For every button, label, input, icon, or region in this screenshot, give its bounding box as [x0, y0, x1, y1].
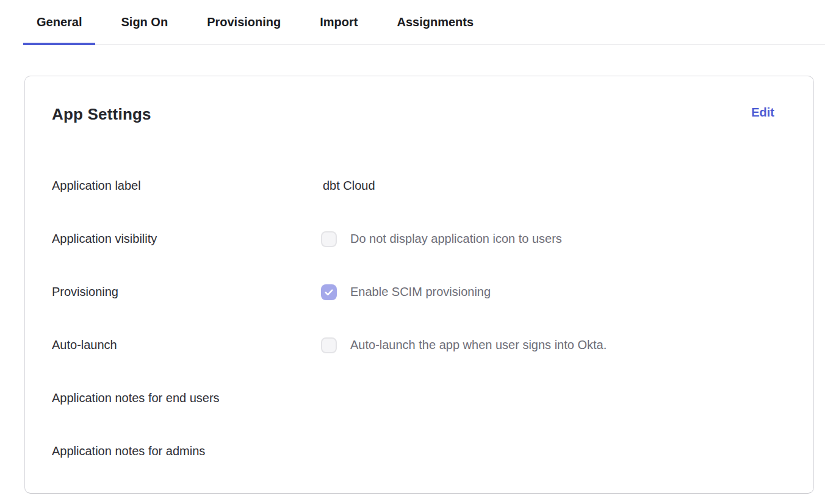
tab-import[interactable]: Import — [306, 0, 371, 45]
setting-row-application-label: Application labeldbt Cloud — [52, 159, 774, 212]
checked-checkbox[interactable] — [321, 284, 337, 300]
app-settings-card: App Settings Edit Application labeldbt C… — [24, 76, 814, 494]
unchecked-checkbox[interactable] — [321, 231, 337, 247]
unchecked-checkbox[interactable] — [321, 337, 337, 353]
setting-row-provisioning: ProvisioningEnable SCIM provisioning — [52, 265, 774, 319]
checkbox-label: Auto-launch the app when user signs into… — [350, 338, 607, 352]
tab-assignments[interactable]: Assignments — [384, 0, 488, 45]
settings-rows: Application labeldbt CloudApplication vi… — [52, 159, 774, 478]
tab-bar: GeneralSign OnProvisioningImportAssignme… — [23, 0, 825, 45]
setting-label: Application visibility — [52, 232, 323, 246]
setting-value: Do not display application icon to users — [323, 231, 562, 247]
setting-row-auto-launch: Auto-launchAuto-launch the app when user… — [52, 319, 774, 372]
setting-value: Enable SCIM provisioning — [323, 284, 491, 300]
tab-sign-on[interactable]: Sign On — [107, 0, 181, 45]
setting-label: Auto-launch — [52, 338, 323, 352]
checkbox-label: Do not display application icon to users — [350, 232, 562, 246]
tab-provisioning[interactable]: Provisioning — [193, 0, 294, 45]
setting-row-application-visibility: Application visibilityDo not display app… — [52, 212, 774, 265]
tab-general[interactable]: General — [23, 0, 95, 45]
setting-label: Application label — [52, 179, 323, 193]
setting-label: Provisioning — [52, 285, 323, 299]
setting-value: Auto-launch the app when user signs into… — [323, 337, 607, 353]
card-title: App Settings — [52, 103, 151, 125]
edit-button[interactable]: Edit — [751, 103, 774, 121]
card-header: App Settings Edit — [52, 103, 774, 125]
setting-row-application-notes-for-end-users: Application notes for end users — [52, 372, 774, 425]
setting-row-application-notes-for-admins: Application notes for admins — [52, 425, 774, 478]
setting-value: dbt Cloud — [323, 179, 375, 193]
setting-label: Application notes for end users — [52, 391, 323, 405]
checkbox-label: Enable SCIM provisioning — [350, 285, 491, 299]
setting-label: Application notes for admins — [52, 444, 323, 458]
